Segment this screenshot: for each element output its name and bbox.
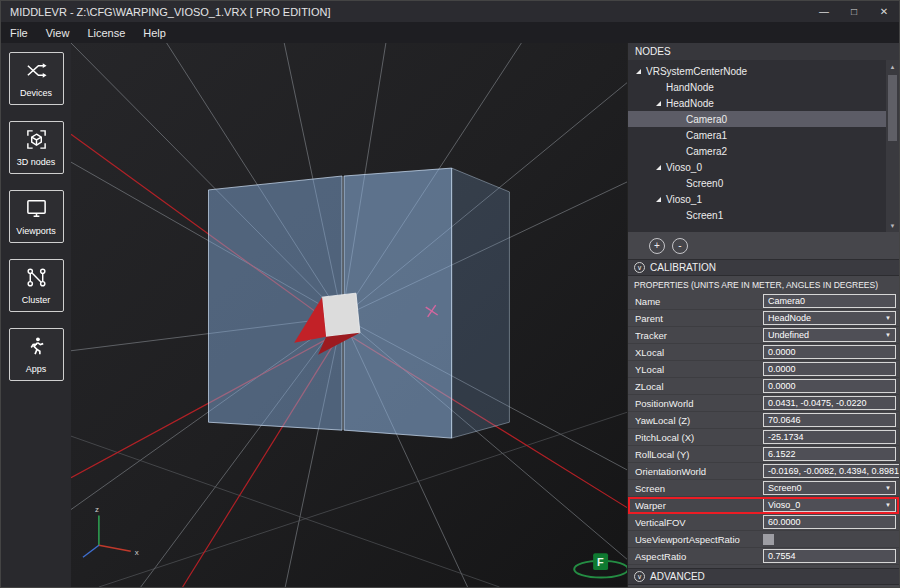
scroll-thumb[interactable] [888, 75, 897, 141]
tree-node-label: HeadNode [666, 98, 714, 109]
field-value: 0.0000 [768, 364, 796, 374]
input-xlocal[interactable]: 0.0000 [763, 345, 896, 359]
input-positionworld[interactable]: 0.0431, -0.0475, -0.0220 [763, 396, 896, 410]
tree-node-camera0[interactable]: Camera0 [628, 111, 899, 127]
prop-label: Screen [635, 483, 763, 494]
menu-item-help[interactable]: Help [134, 22, 175, 43]
scroll-down-icon[interactable]: ▼ [886, 219, 899, 232]
minimize-button[interactable]: — [809, 1, 839, 22]
axis-x-label: x [135, 548, 139, 557]
field-value: 60.0000 [768, 517, 801, 527]
tree-node-vioso-1[interactable]: Vioso_1 [628, 191, 899, 207]
prop-row-verticalfov: VerticalFOV60.0000 [628, 514, 899, 531]
prop-label: ZLocal [635, 381, 763, 392]
sidebar-item-devices[interactable]: Devices [9, 52, 64, 105]
3d-viewport[interactable]: z x F [71, 43, 627, 587]
checkbox-useviewportaspectratio[interactable] [763, 534, 774, 545]
window-title: MIDDLEVR - Z:\CFG\WARPING_VIOSO_1.VRX [ … [1, 6, 809, 18]
sidebar-item-label: Cluster [22, 295, 51, 305]
tree-scrollbar[interactable]: ▲ ▼ [886, 60, 899, 232]
projection-screen-right [452, 168, 510, 438]
prop-value: -25.1734 [763, 430, 896, 444]
tree-node-label: Screen0 [686, 178, 723, 189]
prop-value: Undefined▼ [763, 328, 896, 342]
sidebar-item-label: Devices [20, 88, 52, 98]
close-button[interactable]: ✕ [869, 1, 899, 22]
cluster-icon [25, 266, 48, 293]
prop-value: -0.0169, -0.0082, 0.4394, 0.8981 [763, 464, 900, 478]
dropdown-tracker[interactable]: Undefined▼ [763, 328, 896, 342]
field-value: 0.0431, -0.0475, -0.0220 [768, 398, 867, 408]
scroll-up-icon[interactable]: ▲ [886, 60, 899, 73]
properties-header: PROPERTIES (UNITS ARE IN METER, ANGLES I… [628, 276, 899, 293]
prop-value: 60.0000 [763, 515, 896, 529]
scroll-track[interactable] [886, 73, 899, 219]
sidebar-item-3d-nodes[interactable]: 3D nodes [9, 121, 64, 174]
input-ylocal[interactable]: 0.0000 [763, 362, 896, 376]
calibration-section-header[interactable]: ∨ CALIBRATION [628, 259, 899, 276]
input-orientationworld[interactable]: -0.0169, -0.0082, 0.4394, 0.8981 [763, 464, 900, 478]
dropdown-screen[interactable]: Screen0▼ [763, 481, 896, 495]
advanced-section-label: ADVANCED [650, 571, 705, 582]
sidebar-item-viewports[interactable]: Viewports [9, 190, 64, 243]
prop-row-pitchlocal-x: PitchLocal (X)-25.1734 [628, 429, 899, 446]
prop-value: 0.0000 [763, 362, 896, 376]
add-node-button[interactable]: + [649, 238, 665, 254]
tree-node-camera2[interactable]: Camera2 [628, 143, 899, 159]
nodes-panel: VRSystemCenterNodeHandNodeHeadNodeCamera… [628, 60, 899, 232]
prop-label: XLocal [635, 347, 763, 358]
prop-row-rolllocal-y: RollLocal (Y)6.1522 [628, 446, 899, 463]
main-area: Devices3D nodesViewportsClusterApps [1, 43, 899, 587]
remove-node-button[interactable]: - [672, 238, 688, 254]
input-pitchlocal-x[interactable]: -25.1734 [763, 430, 896, 444]
prop-row-yawlocal-z: YawLocal (Z)70.0646 [628, 412, 899, 429]
prop-label: Parent [635, 313, 763, 324]
menu-item-file[interactable]: File [1, 22, 37, 43]
expand-triangle-icon[interactable] [656, 197, 661, 202]
node-actions: + - [628, 232, 899, 259]
chevron-down-icon: ▼ [885, 502, 891, 508]
tree-node-vioso-0[interactable]: Vioso_0 [628, 159, 899, 175]
tree-node-handnode[interactable]: HandNode [628, 79, 899, 95]
tree-node-label: VRSystemCenterNode [646, 66, 747, 77]
expand-triangle-icon[interactable] [656, 165, 661, 170]
calibration-section-label: CALIBRATION [650, 262, 716, 273]
prop-row-parent: ParentHeadNode▼ [628, 310, 899, 327]
dropdown-parent[interactable]: HeadNode▼ [763, 311, 896, 325]
tree-node-screen1[interactable]: Screen1 [628, 207, 899, 223]
input-zlocal[interactable]: 0.0000 [763, 379, 896, 393]
input-name[interactable]: Camera0 [763, 294, 896, 308]
sidebar-item-apps[interactable]: Apps [9, 328, 64, 381]
3d-nodes-icon [25, 128, 48, 155]
prop-row-positionworld: PositionWorld0.0431, -0.0475, -0.0220 [628, 395, 899, 412]
chevron-down-icon: ▼ [885, 315, 891, 321]
sidebar-item-label: Apps [26, 364, 47, 374]
input-rolllocal-y[interactable]: 6.1522 [763, 447, 896, 461]
nodes-panel-title: NODES [635, 46, 671, 57]
expand-triangle-icon[interactable] [656, 101, 661, 106]
tree-node-vrsystemcenternode[interactable]: VRSystemCenterNode [628, 63, 899, 79]
expand-triangle-icon[interactable] [636, 69, 641, 74]
sidebar-item-cluster[interactable]: Cluster [9, 259, 64, 312]
field-value: 70.0646 [768, 415, 801, 425]
sidebar-item-label: Viewports [16, 226, 55, 236]
axis-z-label: z [95, 505, 99, 514]
advanced-section-header[interactable]: ∨ ADVANCED [628, 568, 899, 585]
prop-row-name: NameCamera0 [628, 293, 899, 310]
menu-item-license[interactable]: License [78, 22, 134, 43]
tree-node-headnode[interactable]: HeadNode [628, 95, 899, 111]
input-yawlocal-z[interactable]: 70.0646 [763, 413, 896, 427]
tree-node-label: Camera2 [686, 146, 727, 157]
tree-node-camera1[interactable]: Camera1 [628, 127, 899, 143]
projection-screen-center [344, 168, 452, 438]
dropdown-warper[interactable]: Vioso_0▼ [763, 498, 896, 512]
chevron-down-icon: ▼ [885, 332, 891, 338]
tree-node-screen0[interactable]: Screen0 [628, 175, 899, 191]
input-aspectratio[interactable]: 0.7554 [763, 549, 896, 563]
prop-value: Vioso_0▼ [763, 498, 896, 512]
input-verticalfov[interactable]: 60.0000 [763, 515, 896, 529]
field-value: Camera0 [768, 296, 805, 306]
menu-item-view[interactable]: View [37, 22, 79, 43]
maximize-button[interactable]: □ [839, 1, 869, 22]
sidebar-item-label: 3D nodes [17, 157, 56, 167]
